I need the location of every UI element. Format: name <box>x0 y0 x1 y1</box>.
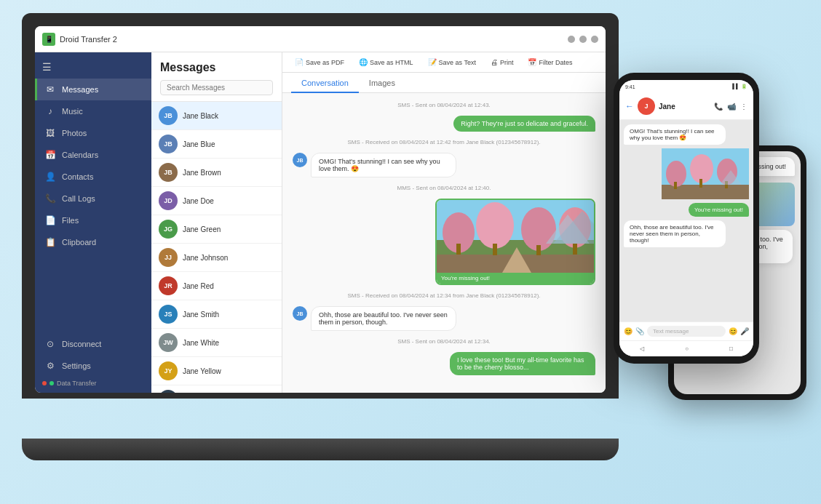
svg-point-7 <box>521 207 556 251</box>
hamburger-menu[interactable]: ☰ <box>35 58 151 79</box>
phone-more-icon[interactable]: ⋮ <box>740 103 747 111</box>
back-arrow-icon[interactable]: ← <box>625 101 634 111</box>
chat-area: SMS - Sent on 08/04/2024 at 12:43. Right… <box>282 93 606 393</box>
conversation-panel: 📄 Save as PDF 🌐 Save as HTML 📝 Save as T… <box>282 52 606 393</box>
phone-chat-area: OMG! That's stunning!! I can see why you… <box>619 120 753 321</box>
msg-received-2: JB Ohh, those are beautiful too. I've ne… <box>293 306 595 331</box>
phone-text-input[interactable]: Text message <box>647 326 726 337</box>
main-content: ☰ ✉ Messages ♪ Music 🖼 Photos 📅 <box>35 52 606 393</box>
tabs: Conversation Images <box>282 73 606 93</box>
files-label: Files <box>62 216 79 225</box>
phone-nav-bar: ◁ ○ □ <box>619 340 753 356</box>
phone-emoji-icon[interactable]: 😊 <box>624 327 632 335</box>
save-pdf-button[interactable]: 📄 Save as PDF <box>291 57 348 68</box>
files-icon: 📄 <box>44 215 56 226</box>
contact-item[interactable]: JRJane Red <box>151 272 282 300</box>
phone-screen: 9:41 ▌▌ 🔋 ← J Jane 📞 📹 ⋮ OMG! That's stu… <box>619 80 753 356</box>
avatar-jb: JB <box>293 153 307 167</box>
contact-name: Jane Yellow <box>183 367 221 375</box>
laptop-base <box>22 439 619 460</box>
contact-item[interactable]: JDJane Doe <box>151 187 282 215</box>
sidebar-item-files[interactable]: 📄 Files <box>35 209 151 231</box>
contacts-icon: 👤 <box>44 171 56 183</box>
print-button[interactable]: 🖨 Print <box>487 57 517 68</box>
music-icon: ♪ <box>44 105 56 117</box>
contact-name: Jane Red <box>183 282 214 290</box>
sidebar-item-clipboard[interactable]: 📋 Clipboard <box>35 231 151 253</box>
phone-call-icon[interactable]: 📞 <box>714 103 723 111</box>
minimize-button[interactable] <box>568 36 575 43</box>
filter-icon: 📅 <box>528 58 536 66</box>
mms-content: You're missing out! <box>435 199 595 285</box>
contact-item[interactable]: JBJane Brown <box>151 159 282 187</box>
mms-caption: You're missing out! <box>437 273 594 284</box>
settings-icon: ⚙ <box>44 360 56 372</box>
contact-item[interactable]: JBJane Blue <box>151 130 282 159</box>
dot-red <box>42 381 47 385</box>
contact-name: Jane White <box>183 339 219 347</box>
messages-header: Messages <box>151 52 282 102</box>
phone-emoji2-icon[interactable]: 😊 <box>729 327 737 335</box>
save-text-button[interactable]: 📝 Save as Text <box>424 57 480 68</box>
svg-rect-16 <box>674 182 677 189</box>
phone-time: 9:41 <box>625 84 635 89</box>
clipboard-icon: 📋 <box>44 236 56 248</box>
contact-name: Jane Black <box>183 112 218 120</box>
music-label: Music <box>62 107 83 116</box>
sidebar-item-call-logs[interactable]: 📞 Call Logs <box>35 188 151 209</box>
sidebar-item-messages[interactable]: ✉ Messages <box>35 79 151 100</box>
contact-item[interactable]: JBJane Black <box>151 102 282 130</box>
sidebar-item-calendars[interactable]: 📅 Calendars <box>35 144 151 166</box>
app-title: Droid Transfer 2 <box>60 35 568 44</box>
avatar: JY <box>159 361 178 380</box>
contact-name: Jane Brown <box>183 169 221 177</box>
close-button[interactable] <box>591 36 598 43</box>
contact-name: Jane Smith <box>183 311 219 319</box>
calendars-icon: 📅 <box>44 149 56 161</box>
svg-rect-6 <box>493 244 497 255</box>
maximize-button[interactable] <box>579 36 587 43</box>
save-html-button[interactable]: 🌐 Save as HTML <box>355 57 417 68</box>
phone-nav-home[interactable]: ○ <box>685 345 689 352</box>
sidebar-item-settings[interactable]: ⚙ Settings <box>35 355 151 377</box>
contact-name: Jane Green <box>183 225 221 233</box>
phone-header-icons: 📞 📹 ⋮ <box>714 103 747 111</box>
phone-status-icons: ▌▌ 🔋 <box>732 84 747 89</box>
search-input[interactable] <box>160 80 273 95</box>
svg-rect-10 <box>573 244 577 255</box>
phone-contact-name: Jane <box>659 103 710 111</box>
messages-icon: ✉ <box>44 84 56 95</box>
sidebar-item-photos[interactable]: 🖼 Photos <box>35 122 151 144</box>
phone-bubble-received-2: Ohh, those are beautiful too. I've never… <box>624 220 726 247</box>
sidebar-item-disconnect[interactable]: ⊙ Disconnect <box>35 333 151 355</box>
tab-images[interactable]: Images <box>359 73 405 93</box>
contact-item[interactable]: JYJane Yellow <box>151 357 282 385</box>
phone-mic-icon[interactable]: 🎤 <box>740 327 749 335</box>
svg-rect-18 <box>699 179 702 188</box>
contact-item[interactable]: JGJane Green <box>151 215 282 244</box>
contact-item[interactable]: JWJane White <box>151 329 282 357</box>
sidebar-item-music[interactable]: ♪ Music <box>35 100 151 122</box>
avatar: JR <box>159 276 178 295</box>
meta-4: SMS - Received on 08/04/2024 at 12:34 fr… <box>293 292 595 299</box>
contact-item[interactable]: JBJohn Black <box>151 385 282 393</box>
msg-sent-1: Right? They're just so delicate and grac… <box>293 116 595 132</box>
phone-bubble-sent-1: You're missing out! <box>689 203 749 217</box>
phone-nav-recent[interactable]: □ <box>729 345 733 352</box>
bubble-received-1: OMG! That's stunning!! I can see why you… <box>311 153 456 177</box>
mms-sent-1: You're missing out! <box>293 199 595 285</box>
phone-nav-back[interactable]: ◁ <box>640 345 644 352</box>
phone-video-icon[interactable]: 📹 <box>727 103 736 111</box>
phone-bubble-received-1: OMG! That's stunning!! I can see why you… <box>624 124 726 145</box>
photos-icon: 🖼 <box>44 127 56 139</box>
tab-conversation[interactable]: Conversation <box>291 73 359 93</box>
bubble-sent-1: Right? They're just so delicate and grac… <box>453 116 595 132</box>
phone-attach-icon[interactable]: 📎 <box>635 327 644 335</box>
contact-item[interactable]: JSJane Smith <box>151 300 282 329</box>
call-logs-icon: 📞 <box>44 193 56 204</box>
disconnect-icon: ⊙ <box>44 338 56 350</box>
contact-item[interactable]: JJJane Johnson <box>151 244 282 272</box>
filter-dates-button[interactable]: 📅 Filter Dates <box>524 57 576 68</box>
print-icon: 🖨 <box>491 58 498 66</box>
sidebar-item-contacts[interactable]: 👤 Contacts <box>35 166 151 188</box>
